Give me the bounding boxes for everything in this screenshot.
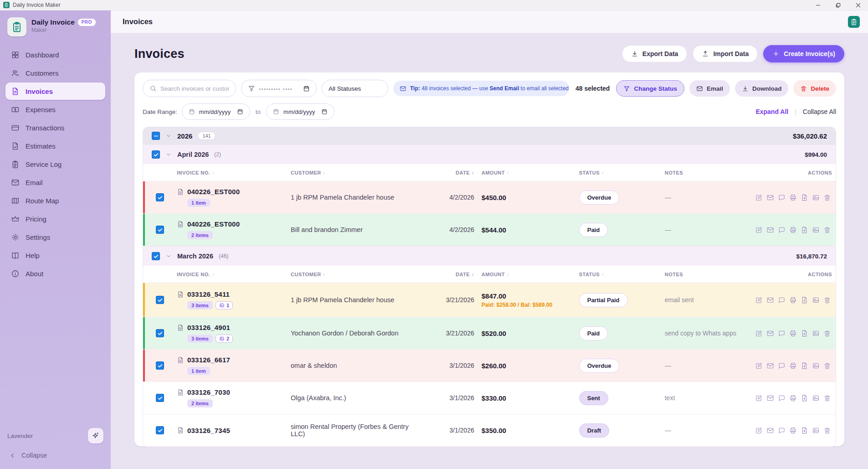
comment-icon[interactable]	[778, 226, 786, 234]
expand-all-link[interactable]: Expand All	[755, 108, 788, 115]
status-badge[interactable]: Overdue	[579, 191, 620, 205]
edit-icon[interactable]	[755, 330, 763, 337]
download-file-icon[interactable]	[801, 394, 808, 402]
comment-icon[interactable]	[778, 194, 786, 201]
year-checkbox-indeterminate[interactable]	[152, 132, 160, 140]
status-badge[interactable]: Overdue	[579, 359, 620, 373]
delete-icon[interactable]	[823, 194, 831, 201]
column-header-status[interactable]: STATUS↕	[573, 170, 657, 175]
email-icon[interactable]	[766, 330, 774, 337]
email-icon[interactable]	[766, 394, 774, 402]
month-checkbox[interactable]	[152, 150, 160, 159]
row-checkbox[interactable]	[156, 426, 164, 434]
sidebar-item-settings[interactable]: Settings	[5, 228, 105, 246]
status-filter-select[interactable]: All Statuses	[322, 80, 388, 97]
import-data-button[interactable]: Import Data	[693, 45, 758, 62]
sidebar-item-expenses[interactable]: Expenses	[5, 101, 105, 118]
download-file-icon[interactable]	[801, 296, 808, 304]
email-button[interactable]: Email	[689, 80, 730, 97]
image-export-icon[interactable]	[812, 296, 820, 304]
date-filter-input[interactable]: --------- ----	[241, 80, 317, 97]
chevron-down-icon[interactable]	[165, 151, 172, 158]
change-status-button[interactable]: Change Status	[616, 80, 684, 97]
sidebar-collapse-button[interactable]: Collapse	[7, 448, 103, 463]
sidebar-item-email[interactable]: Email	[5, 174, 105, 191]
delete-icon[interactable]	[823, 362, 831, 370]
edit-icon[interactable]	[755, 427, 763, 434]
row-checkbox[interactable]	[156, 226, 164, 234]
invoice-number[interactable]: 040226_EST000	[187, 188, 240, 196]
invoice-number[interactable]: 033126_4901	[187, 324, 230, 331]
email-icon[interactable]	[766, 427, 774, 434]
edit-icon[interactable]	[755, 226, 763, 234]
column-header-date[interactable]: DATE↓	[427, 170, 477, 175]
invoice-number[interactable]: 033126_7030	[187, 388, 230, 396]
email-icon[interactable]	[766, 362, 774, 370]
window-minimize-icon[interactable]	[808, 0, 828, 10]
window-maximize-icon[interactable]	[828, 0, 848, 10]
row-checkbox[interactable]	[156, 394, 164, 402]
row-checkbox[interactable]	[156, 329, 164, 337]
month-checkbox[interactable]	[152, 252, 160, 260]
sidebar-item-transactions[interactable]: Transactions	[5, 119, 105, 136]
image-export-icon[interactable]	[812, 194, 820, 201]
chevron-down-icon[interactable]	[165, 133, 172, 139]
sidebar-item-customers[interactable]: Customers	[5, 64, 105, 82]
column-header-status[interactable]: STATUS↕	[573, 272, 657, 277]
row-checkbox[interactable]	[156, 193, 164, 201]
download-button[interactable]: Download	[735, 80, 789, 97]
email-icon[interactable]	[766, 194, 774, 201]
column-header-customer[interactable]: CUSTOMER↕	[291, 272, 427, 277]
invoice-number[interactable]: 033126_5411	[187, 290, 230, 298]
edit-icon[interactable]	[755, 394, 763, 402]
email-icon[interactable]	[766, 226, 774, 234]
image-export-icon[interactable]	[812, 427, 820, 434]
status-badge[interactable]: Partial Paid	[579, 293, 628, 307]
download-file-icon[interactable]	[801, 194, 808, 201]
invoice-number[interactable]: 040226_EST000	[187, 220, 240, 228]
delete-icon[interactable]	[823, 296, 831, 304]
comment-icon[interactable]	[778, 330, 786, 337]
print-icon[interactable]	[789, 427, 797, 434]
sidebar-item-dashboard[interactable]: Dashboard	[5, 46, 105, 63]
sidebar-item-service-log[interactable]: Service Log	[5, 155, 105, 173]
chevron-down-icon[interactable]	[165, 253, 172, 259]
invoice-number[interactable]: 033126_7345	[187, 427, 230, 434]
column-header-customer[interactable]: CUSTOMER↕	[291, 170, 427, 175]
sidebar-item-estimates[interactable]: Estimates	[5, 137, 105, 155]
print-icon[interactable]	[789, 226, 797, 234]
sidebar-item-pricing[interactable]: Pricing	[5, 210, 105, 227]
export-data-button[interactable]: Export Data	[622, 45, 688, 62]
comment-icon[interactable]	[778, 427, 786, 434]
date-to-input[interactable]: mm/dd/yyyy	[266, 103, 334, 120]
sidebar-item-about[interactable]: About	[5, 265, 105, 282]
comment-icon[interactable]	[778, 296, 786, 304]
download-file-icon[interactable]	[801, 226, 808, 234]
edit-icon[interactable]	[755, 362, 763, 370]
email-icon[interactable]	[766, 296, 774, 304]
status-badge[interactable]: Paid	[579, 223, 608, 237]
column-header-date[interactable]: DATE↓	[427, 272, 477, 277]
date-from-input[interactable]: mm/dd/yyyy	[182, 103, 250, 120]
status-badge[interactable]: Sent	[579, 391, 608, 405]
row-checkbox[interactable]	[156, 296, 164, 304]
print-icon[interactable]	[789, 194, 797, 201]
print-icon[interactable]	[789, 394, 797, 402]
delete-button[interactable]: Delete	[793, 80, 836, 97]
image-export-icon[interactable]	[812, 226, 820, 234]
delete-icon[interactable]	[823, 427, 831, 434]
delete-icon[interactable]	[823, 330, 831, 337]
image-export-icon[interactable]	[812, 330, 820, 337]
invoice-number[interactable]: 033126_6617	[187, 356, 230, 364]
column-header-amount[interactable]: AMOUNT↕	[477, 170, 573, 175]
status-badge[interactable]: Paid	[579, 326, 608, 340]
sidebar-item-invoices[interactable]: Invoices	[5, 82, 105, 100]
column-header-invoice[interactable]: INVOICE NO.↕	[177, 170, 291, 175]
print-icon[interactable]	[789, 362, 797, 370]
column-header-amount[interactable]: AMOUNT↕	[477, 272, 573, 277]
sidebar-item-help[interactable]: Help	[5, 247, 105, 264]
search-input[interactable]	[160, 85, 229, 92]
comment-icon[interactable]	[778, 362, 786, 370]
delete-icon[interactable]	[823, 226, 831, 234]
comment-icon[interactable]	[778, 394, 786, 402]
